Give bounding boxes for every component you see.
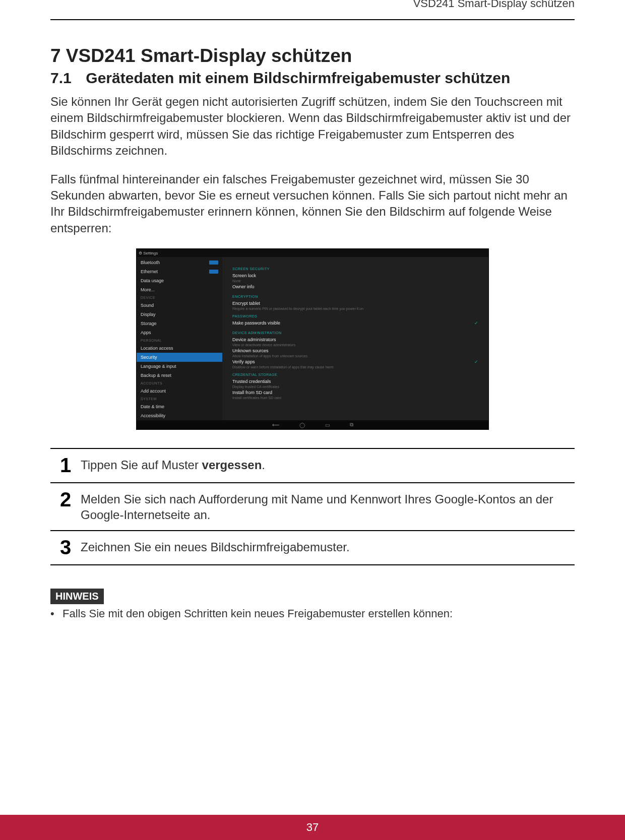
- ss-sidebar-item[interactable]: Ethernet: [137, 267, 222, 276]
- step-row: 2Melden Sie sich nach Aufforderung mit N…: [50, 483, 575, 531]
- ss-right-subtext: Allow installation of apps from unknown …: [232, 354, 488, 358]
- page-footer: 37: [0, 815, 625, 840]
- toggle-icon[interactable]: [209, 261, 218, 265]
- ss-sidebar-item[interactable]: Data usage: [137, 276, 222, 285]
- ss-item-label: Ethernet: [141, 269, 158, 274]
- ss-right-item[interactable]: Verify apps✓: [232, 358, 488, 366]
- section-title: Gerätedaten mit einem Bildschirmfreigabe…: [86, 70, 539, 87]
- check-icon[interactable]: ✓: [474, 359, 478, 364]
- ss-item-label: Display: [141, 312, 156, 317]
- ss-right-section: PASSWORDS: [232, 314, 488, 318]
- ss-item-label: Accessibility: [141, 413, 165, 418]
- ss-right-item[interactable]: Screen lock: [232, 272, 488, 280]
- ss-item-label: Sound: [141, 303, 154, 308]
- ss-item-label: Storage: [141, 321, 157, 326]
- paragraph-2: Falls fünfmal hintereinander ein falsche…: [50, 171, 575, 237]
- ss-right-subtext: View or deactivate device administrators: [232, 343, 488, 347]
- ss-sidebar-item[interactable]: Location access: [137, 344, 222, 353]
- check-icon[interactable]: ✓: [474, 320, 478, 326]
- ss-item-label: More...: [141, 287, 155, 292]
- steps-list: 1Tippen Sie auf Muster vergessen.2Melden…: [50, 448, 575, 565]
- ss-title: Settings: [143, 251, 158, 255]
- ss-right-section: CREDENTIAL STORAGE: [232, 373, 488, 376]
- ss-section-label: DEVICE: [137, 294, 222, 301]
- ss-right-item[interactable]: Make passwords visible✓: [232, 319, 488, 327]
- section-heading: 7.1 Gerätedaten mit einem Bildschirmfrei…: [50, 70, 575, 87]
- ss-sidebar-item[interactable]: Add account: [137, 386, 222, 396]
- ss-item-label: Security: [141, 355, 157, 360]
- running-head: VSD241 Smart-Display schützen: [50, 0, 575, 12]
- ss-item-label: Date & time: [141, 404, 164, 409]
- ss-item-label: Data usage: [141, 278, 164, 283]
- step-number: 1: [50, 454, 81, 475]
- note-content: Falls Sie mit den obigen Schritten kein …: [62, 607, 453, 620]
- ss-item-label: Language & input: [141, 364, 176, 369]
- toggle-icon[interactable]: [209, 270, 218, 274]
- ss-titlebar: ⚙ Settings: [137, 249, 488, 257]
- ss-right-subtext: Install certificates from SD card: [232, 396, 488, 400]
- ss-right-item[interactable]: Install from SD card: [232, 389, 488, 397]
- ss-right-item[interactable]: Device administrators: [232, 336, 488, 344]
- step-text: Zeichnen Sie ein neues Bildschirmfreigab…: [81, 536, 575, 555]
- ss-item-label: Apps: [141, 330, 151, 335]
- ss-sidebar-item[interactable]: Accessibility: [137, 411, 222, 420]
- ss-right-subtext: Disallow or warn before installation of …: [232, 365, 488, 369]
- chapter-heading: 7 VSD241 Smart-Display schützen: [50, 45, 575, 67]
- ss-content: SCREEN SECURITYScreen lockNoneOwner info…: [222, 249, 488, 429]
- ss-item-label: Bluetooth: [141, 260, 160, 265]
- paragraph-1: Sie können Ihr Gerät gegen nicht autoris…: [50, 94, 575, 159]
- ss-right-item[interactable]: Owner info: [232, 283, 488, 291]
- home-icon: ◯: [299, 422, 305, 428]
- note-label: HINWEIS: [50, 589, 104, 604]
- ss-sidebar-item[interactable]: Storage: [137, 319, 222, 328]
- ss-sidebar-item[interactable]: More...: [137, 285, 222, 294]
- ss-sidebar-item[interactable]: Bluetooth: [137, 258, 222, 267]
- ss-item-label: Add account: [141, 389, 166, 394]
- step-bold: vergessen: [202, 458, 262, 472]
- ss-right-section: DEVICE ADMINISTRATION: [232, 331, 488, 335]
- ss-right-section: SCREEN SECURITY: [232, 267, 488, 271]
- ss-sidebar-item[interactable]: Security: [137, 353, 222, 362]
- ss-item-label: Location access: [141, 346, 173, 351]
- note-text: •Falls Sie mit den obigen Schritten kein…: [50, 607, 575, 620]
- ss-item-label: Backup & reset: [141, 373, 171, 378]
- bullet-icon: •: [50, 607, 62, 620]
- ss-section-label: SYSTEM: [137, 396, 222, 402]
- ss-section-label: PERSONAL: [137, 337, 222, 344]
- ss-right-subtext: None: [232, 279, 488, 283]
- back-icon: ⟵: [272, 422, 279, 428]
- ss-section-label: ACCOUNTS: [137, 380, 222, 386]
- step-text: Tippen Sie auf Muster vergessen.: [81, 454, 575, 473]
- ss-sidebar-item[interactable]: Date & time: [137, 402, 222, 411]
- ss-right-item[interactable]: Encrypt tablet: [232, 299, 488, 307]
- ss-sidebar-item[interactable]: Language & input: [137, 362, 222, 371]
- ss-right-subtext: Require a numeric PIN or password to dec…: [232, 307, 488, 310]
- screenshot-icon: ⧉: [350, 422, 353, 428]
- step-number: 3: [50, 536, 81, 557]
- ss-right-section: ENCRYPTION: [232, 295, 488, 298]
- ss-sidebar-item[interactable]: Apps: [137, 328, 222, 337]
- section-number: 7.1: [50, 70, 82, 87]
- ss-right-item[interactable]: Unknown sources: [232, 347, 488, 355]
- ss-sidebar-item[interactable]: Backup & reset: [137, 371, 222, 380]
- ss-sidebar-item[interactable]: Display: [137, 310, 222, 319]
- ss-right-subtext: Display trusted CA certificates: [232, 385, 488, 389]
- header-rule: [50, 19, 575, 20]
- step-text: Melden Sie sich nach Aufforderung mit Na…: [81, 488, 575, 523]
- recent-icon: ▭: [325, 422, 330, 428]
- ss-right-item[interactable]: Trusted credentials: [232, 377, 488, 385]
- settings-screenshot: ⚙ Settings BluetoothEthernetData usageMo…: [136, 248, 489, 430]
- ss-sidebar-item[interactable]: Sound: [137, 301, 222, 310]
- ss-sidebar: BluetoothEthernetData usageMore...DEVICE…: [137, 249, 222, 429]
- step-number: 2: [50, 488, 81, 509]
- gear-icon: ⚙: [139, 251, 142, 255]
- ss-navbar: ⟵ ◯ ▭ ⧉: [137, 420, 488, 429]
- page-number: 37: [306, 821, 319, 833]
- step-row: 1Tippen Sie auf Muster vergessen.: [50, 449, 575, 483]
- step-row: 3Zeichnen Sie ein neues Bildschirmfreiga…: [50, 531, 575, 565]
